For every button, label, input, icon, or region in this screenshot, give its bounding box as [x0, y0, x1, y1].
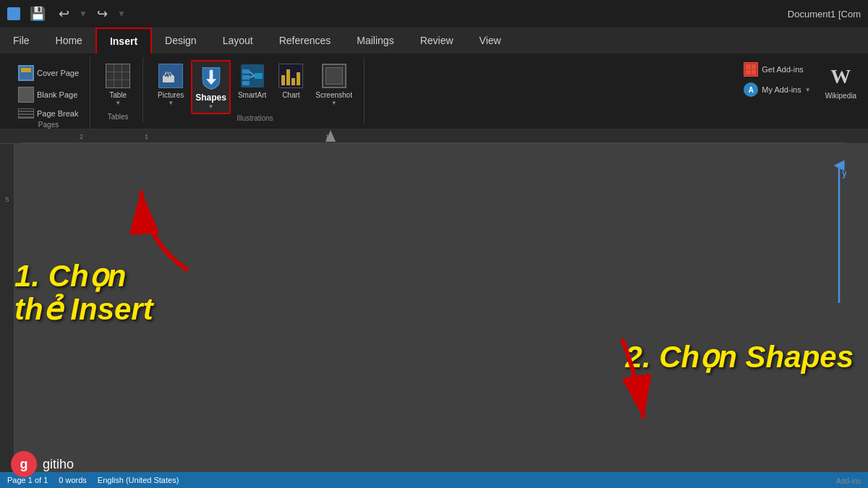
tab-references[interactable]: References [266, 27, 344, 53]
table-dropdown-arrow: ▼ [115, 100, 121, 106]
ribbon-group-addins: Get Add-ins A My Add-ins ▼ W Wikipedia A… [741, 57, 861, 103]
screenshot-icon [322, 64, 346, 88]
page-break-button[interactable]: Page Break [14, 106, 82, 121]
shapes-icon-area [198, 64, 224, 90]
tab-design[interactable]: Design [152, 27, 210, 53]
screenshot-button[interactable]: Screenshot ▼ [311, 60, 357, 109]
illustrations-group-label: Illustrations [237, 114, 273, 124]
svg-rect-3 [242, 75, 250, 80]
smartart-button[interactable]: SmartArt [234, 60, 271, 102]
ruler-svg: 2 1 1 [22, 130, 846, 143]
menu-bar: File Home Insert Design Layout Reference… [0, 27, 868, 53]
shapes-icon [198, 61, 224, 94]
tab-view[interactable]: View [467, 27, 514, 53]
arrow-2 [579, 332, 651, 429]
chart-icon [278, 64, 303, 88]
chart-label: Chart [282, 91, 299, 99]
table-button[interactable]: Table ▼ [101, 60, 135, 109]
ribbon-group-pages: Cover Page Blank Page Page Break Pages [7, 57, 90, 130]
smartart-icon-area [239, 63, 265, 89]
screenshot-label: Screenshot [315, 91, 352, 99]
pictures-dropdown-arrow: ▼ [168, 100, 174, 106]
tab-home[interactable]: Home [43, 27, 95, 53]
status-bar: Page 1 of 1 0 words English (United Stat… [0, 472, 868, 488]
svg-text:1: 1 [145, 133, 148, 140]
table-label: Table [109, 91, 127, 99]
cover-page-button[interactable]: Cover Page [14, 63, 82, 83]
blank-page-button[interactable]: Blank Page [14, 85, 82, 105]
save-button[interactable]: 💾 [26, 4, 49, 23]
tables-group-label: Tables [108, 113, 129, 122]
undo-button[interactable]: ↩ [55, 4, 73, 23]
smartart-icon [240, 64, 265, 88]
gitiho-logo-circle: g [11, 451, 37, 477]
chart-bar-1 [281, 75, 285, 85]
arrow-1-svg [130, 184, 217, 278]
cover-page-label: Cover Page [37, 69, 79, 77]
get-addins-icon [744, 62, 758, 77]
my-addins-button[interactable]: A My Add-ins ▼ [741, 81, 813, 98]
canvas-area: 1. Chọn thẻ Insert 2. Chọn Shapes [0, 144, 868, 472]
page-break-label: Page Break [37, 109, 78, 118]
my-addins-icon: A [744, 82, 758, 97]
chart-bar-3 [292, 78, 295, 85]
tab-review[interactable]: Review [407, 27, 467, 53]
title-bar-left: 💾 ↩ ▼ ↪ ▼ [7, 4, 126, 23]
gitiho-branding: g gitiho [11, 451, 74, 477]
my-addins-label: My Add-ins [762, 85, 801, 94]
svg-rect-2 [242, 69, 250, 74]
blank-page-label: Blank Page [37, 90, 77, 99]
ribbon-group-tables: Table ▼ Tables [93, 57, 143, 122]
wikipedia-label: Wikipedia [825, 92, 856, 100]
shapes-dropdown-arrow: ▼ [208, 103, 214, 110]
chart-button[interactable]: Chart [273, 60, 308, 102]
wikipedia-button[interactable]: W Wikipedia [821, 61, 861, 103]
tab-file[interactable]: File [0, 27, 43, 53]
tables-items: Table ▼ [101, 57, 135, 113]
get-addins-label: Get Add-ins [762, 65, 803, 74]
ribbon: Cover Page Blank Page Page Break Pages [0, 53, 868, 129]
chart-icon-area [278, 63, 304, 89]
ruler: 2 1 1 [0, 129, 868, 144]
ruler-track: 2 1 1 [0, 129, 868, 143]
gitiho-logo-text: gitiho [43, 457, 74, 472]
addins-group-label: Add-ins [836, 477, 868, 487]
get-addins-button[interactable]: Get Add-ins [741, 61, 813, 78]
wikipedia-icon-area: W [827, 64, 854, 90]
chart-bar-2 [286, 69, 290, 85]
pictures-icon [158, 64, 183, 88]
annotation-step1-line1: 1. Chọn [14, 259, 126, 293]
tab-mailings[interactable]: Mailings [344, 27, 407, 53]
smartart-label: SmartArt [238, 91, 266, 99]
annotation-step1-line2: thẻ Insert [14, 292, 153, 326]
word-icon [7, 7, 20, 20]
chart-bar-4 [297, 72, 300, 85]
annotation-step2-text: 2. Chọn Shapes [626, 340, 854, 374]
redo-button[interactable]: ↪ [93, 4, 111, 23]
pictures-icon-area [158, 63, 184, 89]
addins-stack: Get Add-ins A My Add-ins ▼ [741, 61, 813, 98]
pages-buttons: Cover Page Blank Page Page Break [14, 60, 82, 121]
svg-rect-7 [255, 73, 263, 79]
y-axis-svg: y [832, 158, 846, 303]
pages-items: Cover Page Blank Page Page Break [14, 57, 82, 121]
shapes-button[interactable]: Shapes ▼ [191, 60, 231, 114]
status-language: English (United States) [98, 476, 179, 484]
tab-layout[interactable]: Layout [210, 27, 266, 53]
svg-text:y: y [842, 168, 846, 179]
document-area: 5 1. Chọn thẻ Insert 2. Chọn Shapes [0, 144, 868, 472]
arrow-2-svg [579, 332, 651, 426]
title-bar: 💾 ↩ ▼ ↪ ▼ Document1 [Com [0, 0, 868, 27]
table-icon [106, 64, 130, 88]
svg-text:2: 2 [80, 133, 83, 140]
tab-insert[interactable]: Insert [95, 27, 152, 53]
window-title: Document1 [Com [788, 9, 861, 20]
y-axis-indicator: y [832, 158, 846, 306]
my-addins-dropdown: ▼ [805, 87, 811, 93]
pictures-label: Pictures [158, 91, 184, 99]
pictures-button[interactable]: Pictures ▼ [153, 60, 188, 109]
annotation-step2: 2. Chọn Shapes [626, 339, 854, 374]
arrow-1 [130, 184, 217, 281]
shapes-label: Shapes [195, 93, 226, 103]
ribbon-group-illustrations: Pictures ▼ Shapes ▼ [146, 57, 365, 124]
